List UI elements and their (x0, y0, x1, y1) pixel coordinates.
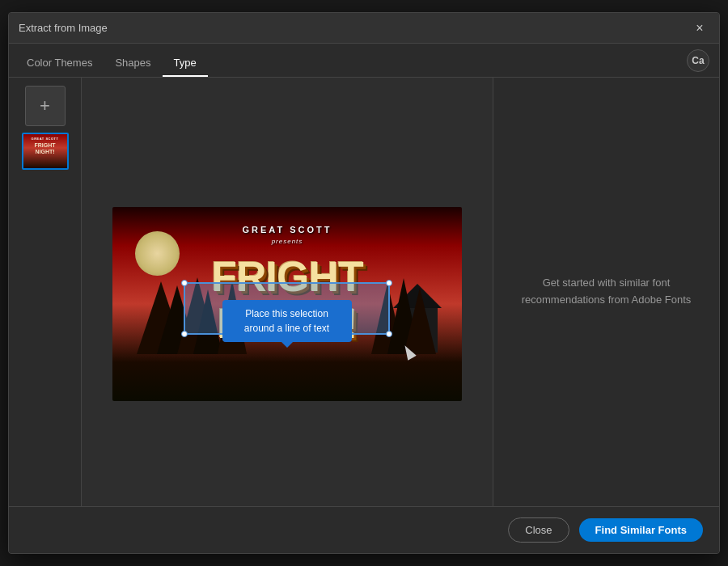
tooltip-text: Place this selection around a line of te… (244, 308, 329, 334)
handle-top-right[interactable] (386, 280, 392, 286)
dialog-close-button[interactable]: × (690, 19, 709, 38)
poster-great-scott: GREAT SCOTT (112, 225, 462, 234)
thumb-fright-night: FRIGHTNIGHT! (23, 142, 67, 154)
image-thumbnail[interactable]: GREAT SCOTT FRIGHTNIGHT! (22, 133, 69, 170)
add-image-button[interactable]: + (25, 86, 66, 126)
handle-bottom-right[interactable] (386, 331, 392, 337)
center-panel: GREAT SCOTT presents FRIGHT NIGHT! Place… (82, 78, 493, 506)
main-content: + GREAT SCOTT FRIGHTNIGHT! (9, 78, 719, 506)
tab-type[interactable]: Type (163, 50, 208, 77)
extract-from-image-dialog: Extract from Image × Color Themes Shapes… (8, 12, 720, 554)
selection-box[interactable]: Place this selection around a line of te… (184, 282, 390, 335)
right-panel: Get started with similar font recommenda… (493, 78, 719, 506)
image-canvas: GREAT SCOTT presents FRIGHT NIGHT! Place… (112, 207, 462, 401)
bottom-bar: Close Find Similar Fonts (9, 506, 719, 553)
thumb-great-scott: GREAT SCOTT (23, 137, 67, 141)
tab-shapes[interactable]: Shapes (104, 50, 162, 77)
poster-presents: presents (112, 238, 462, 245)
find-similar-fonts-button[interactable]: Find Similar Fonts (579, 518, 703, 542)
ca-badge[interactable]: Ca (687, 49, 709, 72)
close-button[interactable]: Close (508, 517, 569, 543)
title-bar: Extract from Image × (9, 13, 719, 44)
tab-color-themes[interactable]: Color Themes (15, 50, 104, 77)
handle-top-left[interactable] (181, 280, 188, 286)
left-panel: + GREAT SCOTT FRIGHTNIGHT! (9, 78, 82, 506)
plus-icon: + (40, 95, 50, 116)
right-panel-hint: Get started with similar font recommenda… (493, 275, 719, 309)
handle-bottom-left[interactable] (181, 331, 188, 337)
tab-bar: Color Themes Shapes Type Ca (9, 44, 719, 78)
dialog-title: Extract from Image (19, 22, 690, 34)
